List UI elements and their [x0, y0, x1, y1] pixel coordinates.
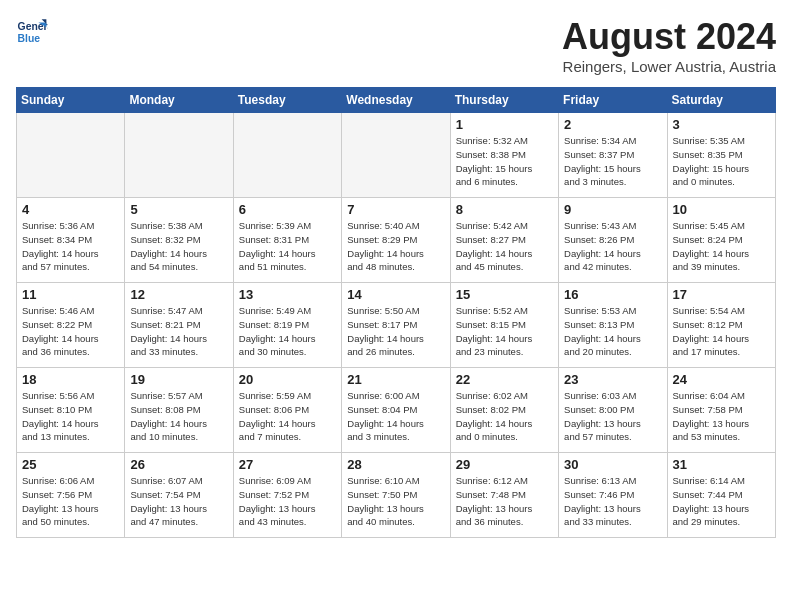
day-number: 20	[239, 372, 336, 387]
location: Reingers, Lower Austria, Austria	[562, 58, 776, 75]
title-block: August 2024 Reingers, Lower Austria, Aus…	[562, 16, 776, 75]
day-number: 18	[22, 372, 119, 387]
day-number: 29	[456, 457, 553, 472]
day-number: 11	[22, 287, 119, 302]
day-info: Sunrise: 5:42 AM Sunset: 8:27 PM Dayligh…	[456, 219, 553, 274]
day-info: Sunrise: 5:49 AM Sunset: 8:19 PM Dayligh…	[239, 304, 336, 359]
calendar-cell: 20Sunrise: 5:59 AM Sunset: 8:06 PM Dayli…	[233, 368, 341, 453]
calendar-cell: 6Sunrise: 5:39 AM Sunset: 8:31 PM Daylig…	[233, 198, 341, 283]
calendar-cell: 12Sunrise: 5:47 AM Sunset: 8:21 PM Dayli…	[125, 283, 233, 368]
calendar-cell: 11Sunrise: 5:46 AM Sunset: 8:22 PM Dayli…	[17, 283, 125, 368]
day-info: Sunrise: 5:46 AM Sunset: 8:22 PM Dayligh…	[22, 304, 119, 359]
calendar-cell: 2Sunrise: 5:34 AM Sunset: 8:37 PM Daylig…	[559, 113, 667, 198]
day-info: Sunrise: 5:54 AM Sunset: 8:12 PM Dayligh…	[673, 304, 770, 359]
logo: General Blue	[16, 16, 48, 48]
day-number: 9	[564, 202, 661, 217]
day-info: Sunrise: 5:59 AM Sunset: 8:06 PM Dayligh…	[239, 389, 336, 444]
day-number: 31	[673, 457, 770, 472]
calendar-cell: 15Sunrise: 5:52 AM Sunset: 8:15 PM Dayli…	[450, 283, 558, 368]
day-info: Sunrise: 5:56 AM Sunset: 8:10 PM Dayligh…	[22, 389, 119, 444]
calendar-cell: 7Sunrise: 5:40 AM Sunset: 8:29 PM Daylig…	[342, 198, 450, 283]
day-info: Sunrise: 5:35 AM Sunset: 8:35 PM Dayligh…	[673, 134, 770, 189]
day-number: 16	[564, 287, 661, 302]
day-info: Sunrise: 5:52 AM Sunset: 8:15 PM Dayligh…	[456, 304, 553, 359]
day-number: 10	[673, 202, 770, 217]
weekday-header: Tuesday	[233, 88, 341, 113]
day-info: Sunrise: 5:40 AM Sunset: 8:29 PM Dayligh…	[347, 219, 444, 274]
day-info: Sunrise: 5:34 AM Sunset: 8:37 PM Dayligh…	[564, 134, 661, 189]
day-number: 3	[673, 117, 770, 132]
weekday-header: Saturday	[667, 88, 775, 113]
calendar-week-row: 25Sunrise: 6:06 AM Sunset: 7:56 PM Dayli…	[17, 453, 776, 538]
day-info: Sunrise: 5:39 AM Sunset: 8:31 PM Dayligh…	[239, 219, 336, 274]
day-number: 22	[456, 372, 553, 387]
calendar-cell: 5Sunrise: 5:38 AM Sunset: 8:32 PM Daylig…	[125, 198, 233, 283]
day-number: 27	[239, 457, 336, 472]
weekday-header: Wednesday	[342, 88, 450, 113]
day-info: Sunrise: 6:07 AM Sunset: 7:54 PM Dayligh…	[130, 474, 227, 529]
day-number: 25	[22, 457, 119, 472]
day-number: 7	[347, 202, 444, 217]
day-info: Sunrise: 6:06 AM Sunset: 7:56 PM Dayligh…	[22, 474, 119, 529]
day-info: Sunrise: 5:38 AM Sunset: 8:32 PM Dayligh…	[130, 219, 227, 274]
month-title: August 2024	[562, 16, 776, 58]
day-info: Sunrise: 5:50 AM Sunset: 8:17 PM Dayligh…	[347, 304, 444, 359]
day-number: 6	[239, 202, 336, 217]
day-info: Sunrise: 5:53 AM Sunset: 8:13 PM Dayligh…	[564, 304, 661, 359]
calendar-cell: 3Sunrise: 5:35 AM Sunset: 8:35 PM Daylig…	[667, 113, 775, 198]
weekday-header: Monday	[125, 88, 233, 113]
page-header: General Blue August 2024 Reingers, Lower…	[16, 16, 776, 75]
day-number: 8	[456, 202, 553, 217]
logo-icon: General Blue	[16, 16, 48, 48]
calendar-cell: 9Sunrise: 5:43 AM Sunset: 8:26 PM Daylig…	[559, 198, 667, 283]
day-number: 26	[130, 457, 227, 472]
day-info: Sunrise: 6:14 AM Sunset: 7:44 PM Dayligh…	[673, 474, 770, 529]
calendar-cell: 22Sunrise: 6:02 AM Sunset: 8:02 PM Dayli…	[450, 368, 558, 453]
weekday-header: Friday	[559, 88, 667, 113]
day-number: 4	[22, 202, 119, 217]
calendar-cell: 18Sunrise: 5:56 AM Sunset: 8:10 PM Dayli…	[17, 368, 125, 453]
calendar-cell: 4Sunrise: 5:36 AM Sunset: 8:34 PM Daylig…	[17, 198, 125, 283]
day-number: 19	[130, 372, 227, 387]
calendar-cell: 30Sunrise: 6:13 AM Sunset: 7:46 PM Dayli…	[559, 453, 667, 538]
day-info: Sunrise: 5:43 AM Sunset: 8:26 PM Dayligh…	[564, 219, 661, 274]
day-number: 12	[130, 287, 227, 302]
calendar-cell: 17Sunrise: 5:54 AM Sunset: 8:12 PM Dayli…	[667, 283, 775, 368]
day-number: 28	[347, 457, 444, 472]
day-info: Sunrise: 5:47 AM Sunset: 8:21 PM Dayligh…	[130, 304, 227, 359]
calendar-cell: 28Sunrise: 6:10 AM Sunset: 7:50 PM Dayli…	[342, 453, 450, 538]
calendar-cell: 24Sunrise: 6:04 AM Sunset: 7:58 PM Dayli…	[667, 368, 775, 453]
calendar-cell: 29Sunrise: 6:12 AM Sunset: 7:48 PM Dayli…	[450, 453, 558, 538]
day-number: 15	[456, 287, 553, 302]
day-info: Sunrise: 6:10 AM Sunset: 7:50 PM Dayligh…	[347, 474, 444, 529]
calendar-cell	[125, 113, 233, 198]
calendar-cell: 14Sunrise: 5:50 AM Sunset: 8:17 PM Dayli…	[342, 283, 450, 368]
day-number: 14	[347, 287, 444, 302]
calendar-table: SundayMondayTuesdayWednesdayThursdayFrid…	[16, 87, 776, 538]
day-number: 30	[564, 457, 661, 472]
day-info: Sunrise: 6:09 AM Sunset: 7:52 PM Dayligh…	[239, 474, 336, 529]
weekday-header: Thursday	[450, 88, 558, 113]
calendar-cell: 10Sunrise: 5:45 AM Sunset: 8:24 PM Dayli…	[667, 198, 775, 283]
day-info: Sunrise: 5:32 AM Sunset: 8:38 PM Dayligh…	[456, 134, 553, 189]
day-number: 23	[564, 372, 661, 387]
calendar-cell	[233, 113, 341, 198]
calendar-cell	[342, 113, 450, 198]
calendar-cell: 1Sunrise: 5:32 AM Sunset: 8:38 PM Daylig…	[450, 113, 558, 198]
day-number: 13	[239, 287, 336, 302]
day-number: 17	[673, 287, 770, 302]
calendar-week-row: 18Sunrise: 5:56 AM Sunset: 8:10 PM Dayli…	[17, 368, 776, 453]
calendar-week-row: 1Sunrise: 5:32 AM Sunset: 8:38 PM Daylig…	[17, 113, 776, 198]
day-info: Sunrise: 5:36 AM Sunset: 8:34 PM Dayligh…	[22, 219, 119, 274]
calendar-cell: 19Sunrise: 5:57 AM Sunset: 8:08 PM Dayli…	[125, 368, 233, 453]
calendar-cell	[17, 113, 125, 198]
calendar-week-row: 4Sunrise: 5:36 AM Sunset: 8:34 PM Daylig…	[17, 198, 776, 283]
weekday-header-row: SundayMondayTuesdayWednesdayThursdayFrid…	[17, 88, 776, 113]
calendar-cell: 26Sunrise: 6:07 AM Sunset: 7:54 PM Dayli…	[125, 453, 233, 538]
day-info: Sunrise: 6:03 AM Sunset: 8:00 PM Dayligh…	[564, 389, 661, 444]
day-number: 2	[564, 117, 661, 132]
calendar-cell: 31Sunrise: 6:14 AM Sunset: 7:44 PM Dayli…	[667, 453, 775, 538]
calendar-cell: 23Sunrise: 6:03 AM Sunset: 8:00 PM Dayli…	[559, 368, 667, 453]
day-info: Sunrise: 6:02 AM Sunset: 8:02 PM Dayligh…	[456, 389, 553, 444]
calendar-cell: 8Sunrise: 5:42 AM Sunset: 8:27 PM Daylig…	[450, 198, 558, 283]
